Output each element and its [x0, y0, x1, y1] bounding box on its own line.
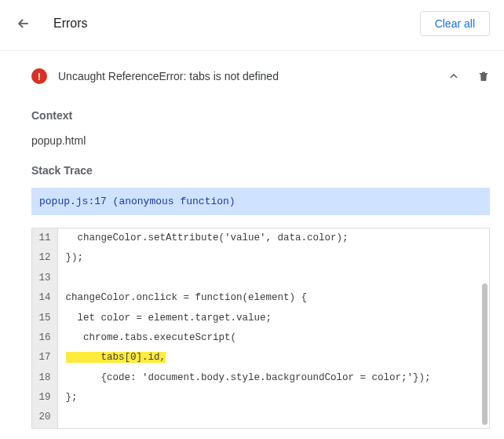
code-text: let color = element.target.value;	[57, 309, 489, 328]
line-number: 19	[32, 388, 57, 408]
error-actions	[447, 69, 490, 83]
line-number: 15	[32, 309, 57, 328]
code-text: changeColor.onclick = function(element) …	[57, 288, 489, 308]
code-text	[57, 408, 489, 427]
line-number: 18	[32, 368, 57, 388]
code-line: 13	[32, 269, 489, 288]
trash-icon[interactable]	[477, 69, 490, 83]
code-line: 17 tabs[0].id,	[32, 348, 489, 368]
code-snippet: 11 changeColor.setAttribute('value', dat…	[31, 228, 490, 429]
code-line: 12});	[32, 248, 489, 268]
code-text: chrome.tabs.executeScript(	[57, 328, 489, 348]
code-text: };	[57, 388, 489, 408]
code-line: 15 let color = element.target.value;	[32, 309, 489, 328]
line-number: 14	[32, 288, 57, 308]
line-number: 11	[32, 229, 57, 248]
error-detail: ! Uncaught ReferenceError: tabs is not d…	[0, 51, 504, 439]
code-line: 19};	[32, 388, 489, 408]
error-icon: !	[31, 68, 47, 84]
line-number: 17	[32, 348, 57, 368]
code-text	[57, 269, 489, 288]
context-label: Context	[31, 109, 490, 122]
code-line: 14changeColor.onclick = function(element…	[32, 288, 489, 308]
code-table: 11 changeColor.setAttribute('value', dat…	[32, 229, 489, 428]
page-header: Errors Clear all	[0, 0, 504, 51]
clear-all-button[interactable]: Clear all	[420, 11, 490, 36]
code-text: tabs[0].id,	[57, 348, 489, 368]
context-value: popup.html	[31, 134, 490, 147]
chevron-up-icon[interactable]	[447, 70, 460, 82]
highlighted-code: tabs[0].id,	[66, 352, 166, 363]
scrollbar-thumb[interactable]	[482, 284, 488, 425]
error-message: Uncaught ReferenceError: tabs is not def…	[58, 70, 447, 82]
code-text: {code: 'document.body.style.backgroundCo…	[57, 368, 489, 388]
stack-frame-link[interactable]: popup.js:17 (anonymous function)	[31, 188, 490, 215]
line-number: 20	[32, 408, 57, 427]
stack-trace-label: Stack Trace	[31, 164, 490, 177]
error-row[interactable]: ! Uncaught ReferenceError: tabs is not d…	[31, 65, 490, 92]
code-line: 20	[32, 408, 489, 427]
line-number: 12	[32, 248, 57, 268]
code-line: 18 {code: 'document.body.style.backgroun…	[32, 368, 489, 388]
back-arrow-icon[interactable]	[16, 16, 31, 31]
code-text: changeColor.setAttribute('value', data.c…	[57, 229, 489, 248]
page-title: Errors	[53, 16, 420, 31]
line-number: 13	[32, 269, 57, 288]
line-number: 16	[32, 328, 57, 348]
code-text: });	[57, 248, 489, 268]
code-line: 11 changeColor.setAttribute('value', dat…	[32, 229, 489, 248]
code-line: 16 chrome.tabs.executeScript(	[32, 328, 489, 348]
